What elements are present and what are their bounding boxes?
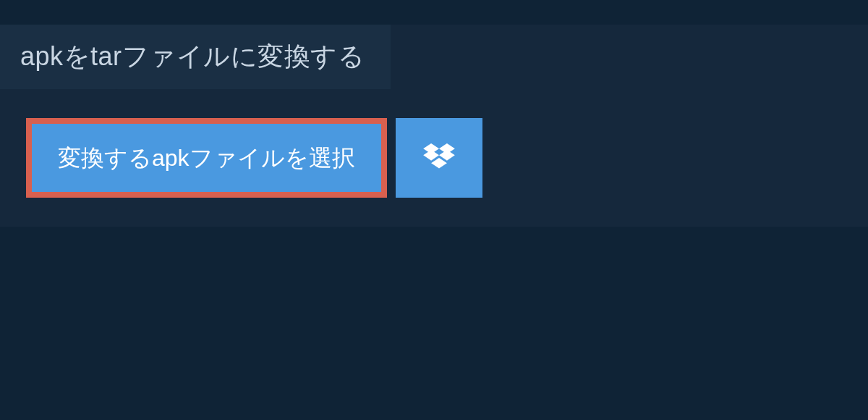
select-file-button[interactable]: 変換するapkファイルを選択 bbox=[26, 118, 387, 198]
title-bar: apkをtarファイルに変換する bbox=[0, 25, 391, 89]
dropbox-button[interactable] bbox=[396, 118, 482, 198]
button-row: 変換するapkファイルを選択 bbox=[0, 89, 868, 198]
select-file-button-label: 変換するapkファイルを選択 bbox=[58, 144, 355, 172]
converter-panel: apkをtarファイルに変換する 変換するapkファイルを選択 bbox=[0, 25, 868, 227]
page-title: apkをtarファイルに変換する bbox=[20, 41, 365, 71]
dropbox-icon bbox=[423, 143, 455, 172]
